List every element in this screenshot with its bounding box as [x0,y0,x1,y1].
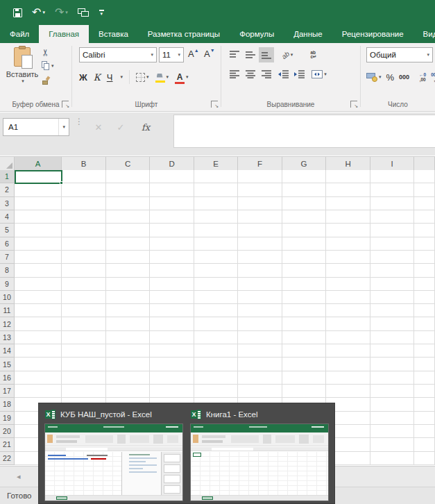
cell-E10[interactable] [194,291,239,304]
row-header-12[interactable]: 12 [0,317,15,330]
cell-C5[interactable] [106,224,151,237]
cell-B2[interactable] [62,183,106,196]
redo-button[interactable]: ↷ ▾ [51,4,71,21]
row-header-16[interactable]: 16 [0,371,15,385]
row-header-9[interactable]: 9 [0,278,15,291]
cell-I3[interactable] [370,197,415,210]
cell-B16[interactable] [62,371,106,385]
column-header-C[interactable]: C [106,157,151,171]
cell-partial-18[interactable] [414,398,435,411]
cell-partial-15[interactable] [414,358,435,371]
cell-A12[interactable] [15,317,62,330]
cell-I1[interactable] [370,170,415,183]
cell-I10[interactable] [370,291,415,304]
font-size-combo[interactable]: 11 ▾ [159,47,184,62]
cell-partial-20[interactable] [414,425,435,438]
cell-H14[interactable] [326,344,370,358]
column-header-E[interactable]: E [194,157,239,171]
italic-button[interactable]: К [94,72,101,83]
column-header-G[interactable]: G [282,157,327,171]
undo-dropdown-icon[interactable]: ▾ [42,10,45,15]
tab-view[interactable]: Вид [413,25,435,43]
cell-G8[interactable] [282,264,327,277]
cell-G6[interactable] [282,237,327,251]
cell-B14[interactable] [62,344,106,358]
font-name-dropdown-icon[interactable]: ▾ [148,52,153,58]
cell-D1[interactable] [150,170,194,183]
cell-E3[interactable] [194,197,239,210]
cell-partial-4[interactable] [414,210,435,224]
merge-center-button[interactable]: ▾ [307,67,331,82]
cell-E16[interactable] [194,371,239,385]
cell-partial-11[interactable] [414,304,435,317]
cell-F5[interactable] [238,224,282,237]
cut-button[interactable]: ✂ [42,47,49,58]
row-header-2[interactable]: 2 [0,183,15,196]
cell-C12[interactable] [106,317,151,330]
row-header-13[interactable]: 13 [0,331,15,344]
cell-D8[interactable] [150,264,194,277]
cell-B4[interactable] [62,210,106,224]
cell-partial-22[interactable] [414,452,435,465]
cell-B10[interactable] [62,291,106,304]
cell-G5[interactable] [282,224,327,237]
increase-indent-button[interactable] [291,67,307,82]
cell-D4[interactable] [150,210,194,224]
cell-G4[interactable] [282,210,327,224]
cell-F16[interactable] [238,371,282,385]
row-header-3[interactable]: 3 [0,197,15,210]
font-size-dropdown-icon[interactable]: ▾ [175,52,180,58]
cell-E14[interactable] [194,344,239,358]
cell-I14[interactable] [370,344,415,358]
cell-D9[interactable] [150,278,194,291]
cell-A8[interactable] [15,264,62,277]
cell-I18[interactable] [370,398,415,411]
row-header-19[interactable]: 19 [0,412,15,425]
cell-partial-9[interactable] [414,278,435,291]
cell-B17[interactable] [62,385,106,398]
font-color-button[interactable]: А▾ [175,72,189,82]
cell-F13[interactable] [238,331,282,344]
cell-H1[interactable] [326,170,370,183]
cell-C6[interactable] [106,237,151,251]
decrease-indent-button[interactable] [275,67,291,82]
cell-D15[interactable] [150,358,194,371]
undo-button[interactable]: ↶ ▾ [28,4,49,21]
switch-windows-button[interactable] [74,4,92,21]
cell-F10[interactable] [238,291,282,304]
cell-D10[interactable] [150,291,194,304]
cell-I6[interactable] [370,237,415,251]
cell-I22[interactable] [370,452,415,465]
column-header-partial[interactable] [414,157,435,171]
cell-partial-19[interactable] [414,412,435,425]
cell-partial-7[interactable] [414,251,435,264]
comma-style-button[interactable]: 000 [399,74,409,81]
cell-B3[interactable] [62,197,106,210]
cell-I5[interactable] [370,224,415,237]
cell-H5[interactable] [326,224,370,237]
cell-D2[interactable] [150,183,194,196]
cell-E13[interactable] [194,331,239,344]
cell-C10[interactable] [106,291,151,304]
name-box[interactable]: A1 ▾ [3,118,69,136]
increase-decimal-button[interactable]: ←0,00 [419,72,426,82]
taskbar-preview-window-1[interactable]: X КУБ НАШ_пустой - Excel [45,408,182,499]
insert-function-button[interactable]: fx [136,118,155,136]
cell-E15[interactable] [194,358,239,371]
name-box-dropdown-icon[interactable]: ▾ [58,119,69,135]
cell-G16[interactable] [282,371,327,385]
column-header-H[interactable]: H [326,157,370,171]
cell-E2[interactable] [194,183,239,196]
number-format-combo[interactable]: Общий ▾ [366,47,433,62]
cell-G1[interactable] [282,170,327,183]
cell-I19[interactable] [370,412,415,425]
tab-data[interactable]: Данные [284,25,332,43]
save-button[interactable] [10,4,26,21]
sheet-scroll-left-icon[interactable]: ◂ [17,472,21,481]
cell-D3[interactable] [150,197,194,210]
cell-F15[interactable] [238,358,282,371]
cell-H9[interactable] [326,278,370,291]
cell-partial-16[interactable] [414,371,435,385]
tab-review[interactable]: Рецензирование [332,25,413,43]
cell-E17[interactable] [194,385,239,398]
